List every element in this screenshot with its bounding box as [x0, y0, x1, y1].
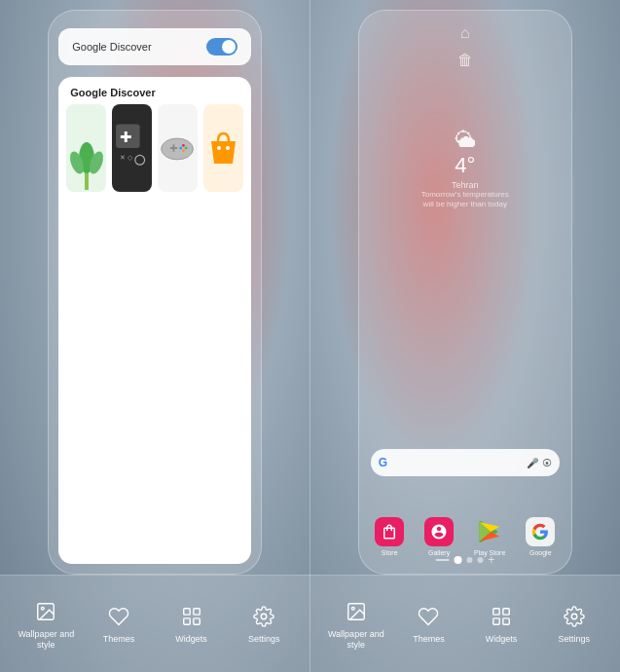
store-app[interactable]: Store [375, 517, 404, 556]
settings-icon [250, 603, 277, 630]
card-images: ✚ ✕ ◇ [58, 104, 251, 192]
svg-rect-22 [193, 618, 199, 624]
left-bottom-item-wallpaper[interactable]: Wallpaper and style [10, 598, 83, 651]
svg-text:✚: ✚ [120, 130, 132, 145]
search-bar[interactable]: G 🎤 ⦿ [371, 449, 560, 476]
svg-point-16 [226, 146, 230, 150]
left-bottom-item-settings[interactable]: Settings [228, 603, 301, 645]
left-bottom-item-themes[interactable]: Themes [83, 603, 156, 645]
svg-point-11 [182, 143, 185, 146]
svg-point-13 [180, 146, 183, 149]
card-image-game [158, 104, 198, 192]
svg-rect-29 [503, 618, 509, 624]
left-widgets-label: Widgets [175, 634, 207, 645]
dot-line-2 [140, 559, 154, 561]
left-panel: Google Discover Google Discover [0, 0, 310, 672]
wallpaper-icon [32, 598, 59, 625]
trash-icon: 🗑 [457, 52, 473, 69]
svg-point-7 [135, 155, 145, 165]
weather-city: Tehran [452, 180, 479, 190]
right-dot-active [454, 556, 461, 564]
right-bottom-item-widgets[interactable]: Widgets [465, 603, 538, 645]
weather-cloud-icon: 🌥 [455, 128, 476, 153]
store-icon [375, 517, 404, 546]
svg-rect-20 [193, 609, 199, 615]
right-bottom-bar: Wallpaper and style Themes Widgets [310, 575, 621, 672]
game-svg [158, 131, 198, 166]
right-bottom-item-themes[interactable]: Themes [392, 603, 465, 645]
weather-widget: 🌥 4° Tehran Tomorrow's temperatureswill … [359, 128, 571, 210]
left-bottom-bar: Wallpaper and style Themes Widgets [0, 575, 310, 672]
svg-point-30 [571, 614, 577, 619]
store-label: Store [382, 549, 398, 556]
left-themes-label: Themes [103, 634, 135, 645]
right-settings-label: Settings [558, 634, 590, 645]
right-bottom-item-settings[interactable]: Settings [537, 603, 610, 645]
dot-active [159, 556, 166, 564]
right-dots-indicator: + [435, 553, 494, 567]
right-widgets-label: Widgets [486, 634, 518, 645]
left-wallpaper-label: Wallpaper and style [10, 629, 83, 651]
google-discover-toggle: Google Discover [58, 28, 251, 65]
right-themes-icon [415, 603, 442, 630]
card-image-plants [66, 104, 106, 192]
mic-icon: 🎤 [527, 458, 538, 468]
weather-description: Tomorrow's temperatureswill be higher th… [421, 190, 509, 210]
svg-rect-26 [493, 609, 499, 615]
right-widgets-icon [488, 603, 515, 630]
google-g-logo: G [379, 456, 387, 469]
svg-point-23 [261, 614, 267, 619]
card-image-dark: ✚ ✕ ◇ [112, 104, 152, 192]
card-image-shopping [203, 104, 243, 192]
dark-card-svg: ✚ ✕ ◇ [112, 114, 152, 182]
svg-text:✕ ◇: ✕ ◇ [120, 154, 133, 161]
gallery-icon [424, 517, 454, 546]
right-panel: ⌂ 🗑 🌥 4° Tehran Tomorrow's temperaturesw… [310, 0, 621, 672]
right-wallpaper-icon [343, 598, 370, 625]
right-themes-label: Themes [413, 634, 445, 645]
weather-temperature: 4° [455, 153, 475, 178]
google-icon [526, 517, 555, 546]
svg-rect-27 [503, 609, 509, 615]
svg-rect-10 [170, 147, 177, 149]
card-title: Google Discover [58, 77, 251, 104]
toggle-switch[interactable] [206, 38, 237, 56]
google-discover-card: Google Discover ✚ ✕ ◇ [58, 77, 251, 564]
lens-icon: ⦿ [542, 458, 552, 468]
toggle-label: Google Discover [72, 41, 151, 53]
widgets-icon [178, 603, 205, 630]
right-dot-inactive-1 [466, 557, 472, 563]
playstore-icon [475, 517, 504, 546]
right-settings-icon [561, 603, 588, 630]
dot-line-1 [122, 559, 135, 561]
search-right-icons: 🎤 ⦿ [527, 458, 552, 468]
right-dot-plus: + [488, 553, 494, 567]
svg-point-18 [42, 607, 45, 610]
svg-rect-21 [183, 618, 189, 624]
right-wallpaper-label: Wallpaper and style [320, 629, 393, 651]
phone-top-icons: ⌂ 🗑 [359, 11, 571, 69]
google-app[interactable]: Google [526, 517, 555, 556]
left-bottom-item-widgets[interactable]: Widgets [155, 603, 228, 645]
svg-rect-0 [85, 172, 89, 190]
left-phone-frame: Google Discover Google Discover [48, 10, 262, 575]
gallery-app[interactable]: Gallery [424, 517, 454, 556]
plant-svg [67, 133, 106, 192]
svg-point-14 [182, 149, 185, 152]
svg-rect-19 [183, 609, 189, 615]
home-icon: ⌂ [460, 24, 470, 42]
right-dot-line-1 [435, 559, 449, 561]
shopping-svg [206, 127, 240, 170]
dot-inactive [171, 557, 177, 563]
app-dock: Store Gallery [365, 517, 565, 556]
svg-rect-28 [493, 618, 499, 624]
left-settings-label: Settings [248, 634, 280, 645]
dot-plus: + [182, 553, 189, 567]
themes-icon [105, 603, 132, 630]
right-bottom-item-wallpaper[interactable]: Wallpaper and style [320, 598, 393, 651]
svg-point-15 [217, 146, 221, 150]
left-dots-indicator: + [122, 553, 189, 567]
playstore-app[interactable]: Play Store [474, 517, 505, 556]
svg-point-12 [185, 146, 188, 149]
right-dot-inactive-2 [477, 557, 483, 563]
